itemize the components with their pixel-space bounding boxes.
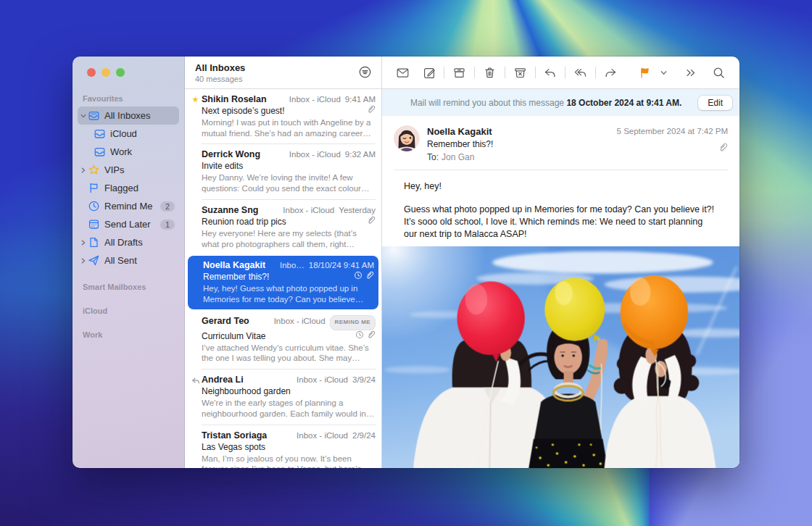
email-sender: Noella Kagakit	[203, 259, 265, 271]
message-date: 5 September 2024 at 7:42 PM	[617, 125, 728, 137]
reminder-clock-icon	[355, 330, 364, 342]
sidebar-section-work[interactable]: Work	[72, 326, 184, 341]
archive-icon[interactable]	[446, 63, 473, 82]
reminder-banner: Mail will remind you about this message …	[382, 89, 740, 116]
row-gutter	[191, 259, 203, 309]
photo-attachment-balloons[interactable]	[382, 246, 740, 468]
banner-datetime: 18 October 2024 at 9:41 AM.	[566, 98, 682, 108]
email-preview: Morning! I was put in touch with Angelin…	[202, 117, 376, 138]
list-item[interactable]: Suzanne Sng Inbox - iCloudYesterday Reun…	[185, 200, 381, 254]
reply-all-icon[interactable]	[567, 63, 594, 82]
email-sender: Tristan Soriaga	[202, 430, 267, 441]
sidebar-section-icloud[interactable]: iCloud	[72, 302, 184, 317]
sidebar-item-vips[interactable]: VIPs	[78, 161, 179, 179]
sidebar-item-flagged[interactable]: Flagged	[78, 179, 179, 197]
email-preview: Hey Danny. We’re loving the invite! A fe…	[202, 172, 376, 193]
list-item[interactable]: Derrick Wong Inbox - iCloud9:32 AM Invit…	[185, 144, 381, 199]
sidebar-item-label: VIPs	[104, 164, 175, 175]
email-sender: Derrick Wong	[202, 149, 260, 160]
email-mailbox: Inbox - iCloud	[289, 149, 341, 160]
message-recipients: To:Jon Gan	[427, 151, 617, 163]
row-content: Tristan Soriaga Inbox - iCloud2/9/24 Las…	[202, 430, 376, 468]
body-paragraph: Hey, hey!	[404, 180, 718, 193]
email-mailbox: Inbox - iCloud	[297, 430, 348, 441]
compose-icon[interactable]	[416, 63, 443, 82]
row-content: Suzanne Sng Inbox - iCloudYesterday Reun…	[202, 204, 376, 254]
row-gutter	[189, 374, 202, 425]
list-item[interactable]: Tristan Soriaga Inbox - iCloud2/9/24 Las…	[185, 425, 381, 468]
get-mail-icon[interactable]	[389, 63, 416, 82]
email-preview: I’ve attached Wendy’s curriculum vitae. …	[202, 343, 376, 364]
email-subject: Neighbourhood garden	[202, 385, 291, 397]
attachment-paperclip-icon[interactable]	[617, 143, 728, 152]
chevron-right-icon[interactable]	[79, 167, 88, 173]
list-message-count: 40 messages	[195, 75, 245, 83]
row-gutter: ★	[189, 93, 202, 144]
chevron-right-icon[interactable]	[79, 240, 88, 246]
sidebar-item-all-sent[interactable]: All Sent	[78, 251, 179, 270]
email-time: 2/9/24	[352, 430, 376, 441]
recipient-name: Jon Gan	[442, 152, 474, 162]
email-preview: Hey, hey! Guess what photo popped up in …	[203, 283, 374, 304]
trash-icon[interactable]	[476, 63, 503, 82]
sidebar-section-smart-mailboxes[interactable]: Smart Mailboxes	[72, 278, 184, 293]
remind-me-badge: REMIND ME	[330, 315, 376, 330]
all-inboxes-icon	[88, 109, 100, 122]
flag-icon[interactable]	[631, 63, 659, 82]
row-gutter	[189, 204, 202, 254]
email-subject: Reunion road trip pics	[202, 216, 286, 227]
close-window-button[interactable]	[87, 68, 96, 77]
email-subject: Next episode’s guest!	[202, 105, 285, 117]
flag-icon	[88, 182, 100, 194]
chevron-right-icon[interactable]	[79, 258, 88, 264]
row-gutter	[189, 430, 202, 468]
email-mailbox: Inbox - iCloud	[289, 93, 341, 105]
reply-icon[interactable]	[536, 63, 563, 82]
row-content: Noella Kagakit Inbo…18/10/24 9:41 AM Rem…	[203, 259, 374, 309]
window-controls	[87, 68, 125, 77]
sender-avatar	[394, 125, 420, 151]
email-time: 9:32 AM	[345, 149, 376, 160]
sidebar: Favourites All Inboxes iCloud Work	[72, 57, 185, 468]
to-label: To:	[427, 152, 439, 162]
toolbar-separator	[565, 67, 566, 78]
list-item-selected[interactable]: Noella Kagakit Inbo…18/10/24 9:41 AM Rem…	[188, 256, 378, 309]
sidebar-item-work-inbox[interactable]: Work	[92, 143, 179, 161]
sidebar-item-all-drafts[interactable]: All Drafts	[78, 233, 179, 251]
email-sender: Gerard Teo	[202, 315, 249, 327]
junk-icon[interactable]	[507, 63, 534, 82]
toolbar	[382, 57, 740, 89]
flag-chevron-down-icon[interactable]	[659, 63, 669, 82]
sidebar-item-send-later[interactable]: Send Later 1	[78, 215, 179, 233]
email-preview: Man, I’m so jealous of you now. It’s bee…	[202, 454, 376, 468]
sidebar-item-remind-me[interactable]: Remind Me 2	[78, 197, 179, 215]
minimize-window-button[interactable]	[102, 68, 110, 77]
forward-icon[interactable]	[597, 63, 624, 82]
more-toolbar-items-icon[interactable]	[678, 63, 705, 82]
zoom-window-button[interactable]	[116, 68, 125, 77]
email-subject: Remember this?!	[203, 271, 269, 283]
mail-window: Favourites All Inboxes iCloud Work	[72, 57, 740, 468]
sidebar-item-label: All Sent	[104, 255, 175, 266]
list-item[interactable]: Andrea Li Inbox - iCloud3/9/24 Neighbour…	[185, 370, 381, 425]
message-list: ★ Shikin Roselan Inbox - iCloud9:41 AM N…	[185, 89, 381, 468]
reminder-banner-text: Mail will remind you about this message …	[394, 98, 698, 108]
calendar-icon	[88, 218, 100, 230]
paperclip-icon	[367, 216, 376, 227]
sidebar-item-icloud-inbox[interactable]: iCloud	[92, 125, 179, 143]
clock-icon	[88, 200, 100, 212]
search-icon[interactable]	[705, 63, 732, 82]
edit-reminder-button[interactable]: Edit	[698, 96, 732, 110]
sidebar-item-label: iCloud	[110, 128, 175, 139]
email-sender: Shikin Roselan	[202, 93, 267, 105]
filter-icon[interactable]	[358, 65, 373, 80]
email-mailbox: Inbo…	[280, 259, 304, 271]
toolbar-separator	[535, 67, 536, 78]
paperclip-icon	[367, 330, 376, 342]
sidebar-item-all-inboxes[interactable]: All Inboxes	[78, 107, 179, 125]
list-item[interactable]: Gerard Teo Inbox - iCloudREMIND ME Curri…	[185, 311, 381, 370]
sidebar-item-label: Send Later	[104, 219, 160, 230]
list-item[interactable]: ★ Shikin Roselan Inbox - iCloud9:41 AM N…	[185, 89, 381, 144]
chevron-down-icon[interactable]	[79, 113, 88, 119]
email-subject: Las Vegas spots	[202, 441, 265, 453]
